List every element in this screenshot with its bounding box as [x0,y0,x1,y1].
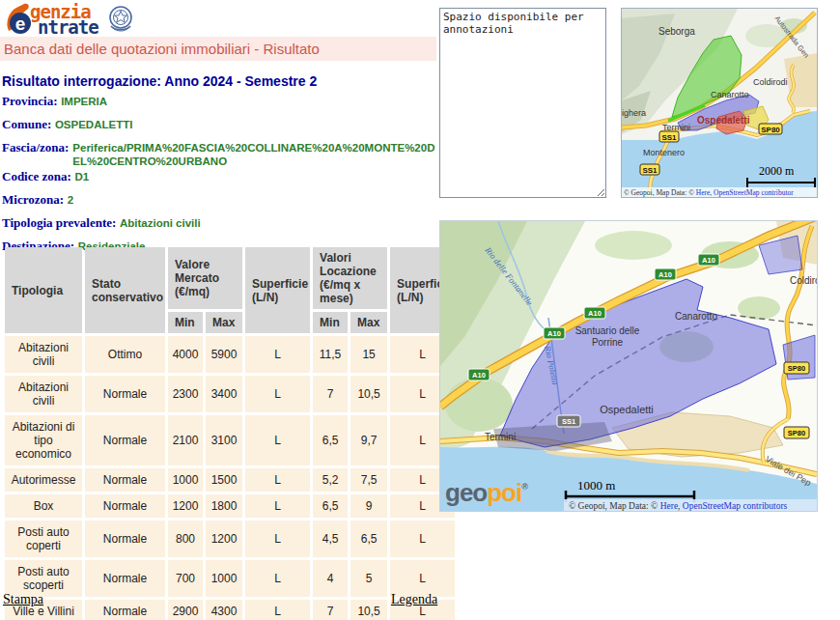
field-provincia: Provincia: IMPERIA [2,95,438,108]
agenzia-entrate-logo: e genzia ntrate [5,2,137,37]
table-row: Ville e VilliniNormale 29004300 L7 10,5L [5,600,455,620]
svg-text:e: e [15,14,26,34]
page-title-bar: Banca dati delle quotazioni immobiliari … [0,37,436,61]
page-title: Banca dati delle quotazioni immobiliari … [0,41,320,57]
col-max-mercato: Max [206,312,242,333]
map-attribution: © Geopoi, Map Data: © Here, OpenStreetMa… [622,187,817,197]
logo-text-entrate: ntrate [38,19,98,35]
svg-text:SS1: SS1 [661,133,677,142]
field-microzona: Microzona: 2 [2,193,438,207]
col-valori-locazione: Valori Locazione (€/mq x mese) [313,247,387,309]
svg-text:Santuario delle: Santuario delle [575,325,640,336]
result-label: Risultato interrogazione: [2,73,161,89]
svg-text:A10: A10 [702,256,715,265]
table-row: Abitazioni civiliOttimo 40005900 L11,5 1… [5,336,455,373]
svg-text:ighera: ighera [622,108,646,118]
svg-text:Ospedaletti: Ospedaletti [600,404,654,415]
svg-text:Ospedaletti: Ospedaletti [697,115,750,126]
svg-text:Seborga: Seborga [658,26,695,37]
svg-text:Canarotto: Canarotto [675,311,717,322]
table-row: Abitazioni civiliNormale 23003400 L7 10,… [5,376,455,412]
svg-text:1000 m: 1000 m [577,478,615,493]
svg-text:A10: A10 [658,270,672,279]
result-value: Anno 2024 - Semestre 2 [164,73,317,89]
page: e genzia ntrate Banca dati delle quotazi… [0,0,840,620]
col-stato-conservativo: Stato conservativo [85,247,165,333]
field-tipologia-prevalente: Tipologia prevalente: Abitazioni civili [2,216,438,230]
zone-map[interactable]: A10 A10 A10 A10 A10 SS1 [439,220,818,512]
print-link[interactable]: Stampa [3,592,43,607]
svg-text:A10: A10 [588,309,602,318]
svg-text:Coldirodi: Coldirodi [790,275,818,286]
svg-text:Montenero: Montenero [643,148,685,157]
svg-text:Canarotto: Canarotto [711,90,749,99]
geopoi-logo: geopoi® [445,478,528,507]
overview-map[interactable]: SS1 SS1 SP80 Seborga Coldirodi Canarotto… [621,8,818,198]
col-min-locazione: Min [313,312,348,333]
annotations-textarea[interactable]: Spazio disponibile per annotazioni [439,8,606,198]
republic-emblem-icon [104,3,137,36]
svg-text:© Geopoi, Map Data: © Here, Op: © Geopoi, Map Data: © Here, OpenStreetMa… [624,188,794,197]
table-row: Posti auto copertiNormale 8001200 L4,5 6… [5,521,455,557]
col-tipologia: Tipologia [5,247,82,333]
svg-text:SP80: SP80 [788,429,805,437]
svg-text:Termini: Termini [485,432,516,442]
table-row: BoxNormale 12001800 L6,5 9L [5,494,455,518]
col-superficie-1: Superficie (L/N) [245,247,310,333]
field-fascia-zona: Fascia/zona: Periferica/PRIMA%20FASCIA%2… [2,141,438,168]
svg-text:SS1: SS1 [642,166,658,175]
legend-link[interactable]: Legenda [391,592,437,607]
map-attribution: © Geopoi, Map Data: © Here, OpenStreetMa… [564,499,817,511]
svg-text:A10: A10 [547,329,561,338]
agenzia-entrate-symbol-icon: e [3,2,38,37]
svg-text:SP80: SP80 [788,364,805,373]
field-comune: Comune: OSPEDALETTI [2,118,438,131]
col-valore-mercato: Valore Mercato (€/mq) [168,247,242,309]
svg-text:Termini: Termini [662,123,690,132]
svg-text:SS1: SS1 [562,417,575,426]
quotations-table: Tipologia Stato conservativo Valore Merc… [2,244,458,620]
query-result-panel: Risultato interrogazione: Anno 2024 - Se… [2,73,438,263]
svg-text:Coldirodi: Coldirodi [753,77,788,87]
svg-text:geopoi®: geopoi® [445,478,528,507]
table-row: AutorimesseNormale 10001500 L5,2 7,5L [5,468,455,492]
svg-text:2000 m: 2000 m [759,164,795,178]
svg-text:A10: A10 [472,371,486,380]
svg-text:SP80: SP80 [761,126,780,134]
col-max-locazione: Max [350,312,387,333]
table-row: Posti auto scopertiNormale 7001000 L4 5L [5,560,455,597]
col-min-mercato: Min [168,312,203,333]
svg-text:© Geopoi, Map Data: © Here, Op: © Geopoi, Map Data: © Here, OpenStreetMa… [569,501,788,511]
field-codice-zona: Codice zona: D1 [2,170,438,183]
table-row: Abitazioni di tipo economicoNormale 2100… [5,415,455,465]
svg-text:Porrine: Porrine [592,337,624,348]
